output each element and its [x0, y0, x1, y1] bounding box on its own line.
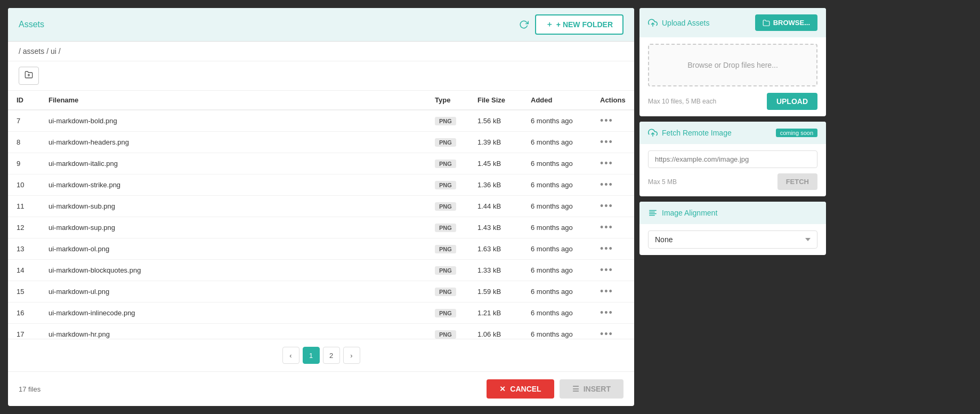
cell-filename: ui-markdown-ol.png	[40, 238, 426, 260]
cell-actions: •••	[592, 324, 634, 339]
actions-menu-button[interactable]: •••	[600, 329, 613, 339]
remote-url-input[interactable]	[648, 150, 817, 168]
cell-added: 6 months ago	[522, 281, 592, 302]
next-page-button[interactable]: ›	[343, 347, 360, 364]
fetch-remote-header: Fetch Remote Image coming soon	[639, 122, 826, 144]
upload-button[interactable]: UPLOAD	[767, 93, 817, 110]
table-row[interactable]: 9 ui-markdown-italic.png PNG 1.45 kB 6 m…	[8, 153, 634, 174]
table-row[interactable]: 17 ui-markdown-hr.png PNG 1.06 kB 6 mont…	[8, 324, 634, 339]
table-row[interactable]: 15 ui-markdown-ul.png PNG 1.59 kB 6 mont…	[8, 281, 634, 302]
actions-menu-button[interactable]: •••	[600, 201, 613, 211]
cell-added: 6 months ago	[522, 132, 592, 153]
table-row[interactable]: 8 ui-markdown-headers.png PNG 1.39 kB 6 …	[8, 132, 634, 153]
cell-type: PNG	[426, 324, 469, 339]
fetch-button[interactable]: FETCH	[777, 173, 817, 190]
alignment-select[interactable]: NoneLeftCenterRight	[648, 230, 817, 249]
alignment-icon	[648, 208, 658, 218]
cell-size: 1.59 kB	[469, 281, 522, 302]
cell-size: 1.43 kB	[469, 217, 522, 238]
right-panel: Upload Assets BROWSE... Browse or Drop f…	[639, 8, 826, 406]
cell-actions: •••	[592, 153, 634, 174]
insert-icon: ☰	[572, 385, 579, 393]
cell-id: 15	[8, 281, 40, 302]
upload-title: Upload Assets	[648, 18, 710, 28]
upload-folder-button[interactable]	[19, 67, 39, 85]
cancel-button[interactable]: ✕ CANCEL	[487, 379, 554, 399]
cell-filename: ui-markdown-hr.png	[40, 324, 426, 339]
page-2-button[interactable]: 2	[323, 347, 340, 364]
cell-actions: •••	[592, 302, 634, 324]
fetch-remote-body: Max 5 MB FETCH	[639, 144, 826, 196]
upload-header: Upload Assets BROWSE...	[639, 8, 826, 37]
cell-added: 6 months ago	[522, 238, 592, 260]
cell-actions: •••	[592, 260, 634, 281]
table-row[interactable]: 13 ui-markdown-ol.png PNG 1.63 kB 6 mont…	[8, 238, 634, 260]
col-added: Added	[522, 91, 592, 110]
cell-size: 1.56 kB	[469, 110, 522, 132]
cell-type: PNG	[426, 132, 469, 153]
drop-zone[interactable]: Browse or Drop files here...	[648, 44, 817, 86]
image-alignment-header: Image Alignment	[639, 202, 826, 224]
file-count: 17 files	[19, 385, 41, 393]
breadcrumb: / assets / ui /	[8, 42, 634, 61]
table-row[interactable]: 16 ui-markdown-inlinecode.png PNG 1.21 k…	[8, 302, 634, 324]
cell-id: 13	[8, 238, 40, 260]
actions-menu-button[interactable]: •••	[600, 307, 613, 318]
table-row[interactable]: 7 ui-markdown-bold.png PNG 1.56 kB 6 mon…	[8, 110, 634, 132]
image-alignment-body: NoneLeftCenterRight	[639, 224, 826, 255]
col-filesize: File Size	[469, 91, 522, 110]
pagination: ‹ 1 2 ›	[8, 339, 634, 371]
cell-actions: •••	[592, 238, 634, 260]
table-row[interactable]: 12 ui-markdown-sup.png PNG 1.43 kB 6 mon…	[8, 217, 634, 238]
cell-added: 6 months ago	[522, 217, 592, 238]
upload-body: Browse or Drop files here... Max 10 file…	[639, 37, 826, 116]
actions-menu-button[interactable]: •••	[600, 286, 613, 297]
fetch-remote-icon	[648, 128, 658, 138]
table-row[interactable]: 10 ui-markdown-strike.png PNG 1.36 kB 6 …	[8, 174, 634, 196]
cell-filename: ui-markdown-sup.png	[40, 217, 426, 238]
actions-menu-button[interactable]: •••	[600, 222, 613, 233]
file-table-container: ID Filename Type File Size Added Actions…	[8, 91, 634, 339]
table-header-row: ID Filename Type File Size Added Actions	[8, 91, 634, 110]
cell-type: PNG	[426, 238, 469, 260]
actions-menu-button[interactable]: •••	[600, 137, 613, 147]
page-1-button[interactable]: 1	[303, 347, 320, 364]
table-row[interactable]: 11 ui-markdown-sub.png PNG 1.44 kB 6 mon…	[8, 196, 634, 217]
cell-actions: •••	[592, 196, 634, 217]
cell-actions: •••	[592, 110, 634, 132]
cell-size: 1.63 kB	[469, 238, 522, 260]
cell-type: PNG	[426, 196, 469, 217]
cell-actions: •••	[592, 132, 634, 153]
refresh-button[interactable]	[519, 20, 529, 29]
col-id: ID	[8, 91, 40, 110]
coming-soon-badge: coming soon	[776, 129, 817, 137]
upload-max-text: Max 10 files, 5 MB each	[648, 98, 716, 105]
cell-filename: ui-markdown-strike.png	[40, 174, 426, 196]
image-alignment-title: Image Alignment	[648, 208, 717, 218]
browse-icon	[763, 19, 770, 27]
cell-added: 6 months ago	[522, 174, 592, 196]
cell-type: PNG	[426, 281, 469, 302]
cell-filename: ui-markdown-italic.png	[40, 153, 426, 174]
cell-type: PNG	[426, 110, 469, 132]
col-filename: Filename	[40, 91, 426, 110]
table-row[interactable]: 14 ui-markdown-blockquotes.png PNG 1.33 …	[8, 260, 634, 281]
col-actions: Actions	[592, 91, 634, 110]
cell-size: 1.45 kB	[469, 153, 522, 174]
actions-menu-button[interactable]: •••	[600, 158, 613, 169]
actions-menu-button[interactable]: •••	[600, 265, 613, 275]
actions-menu-button[interactable]: •••	[600, 243, 613, 254]
cell-id: 11	[8, 196, 40, 217]
footer-actions: ✕ CANCEL ☰ INSERT	[487, 379, 623, 399]
browse-button[interactable]: BROWSE...	[755, 14, 817, 31]
cell-filename: ui-markdown-sub.png	[40, 196, 426, 217]
cell-size: 1.44 kB	[469, 196, 522, 217]
cell-filename: ui-markdown-inlinecode.png	[40, 302, 426, 324]
actions-menu-button[interactable]: •••	[600, 179, 613, 190]
actions-menu-button[interactable]: •••	[600, 115, 613, 126]
prev-page-button[interactable]: ‹	[282, 347, 299, 364]
insert-button[interactable]: ☰ INSERT	[560, 379, 623, 399]
cell-size: 1.06 kB	[469, 324, 522, 339]
upload-cloud-icon	[648, 18, 658, 28]
new-folder-button[interactable]: ＋ + NEW FOLDER	[535, 14, 623, 35]
